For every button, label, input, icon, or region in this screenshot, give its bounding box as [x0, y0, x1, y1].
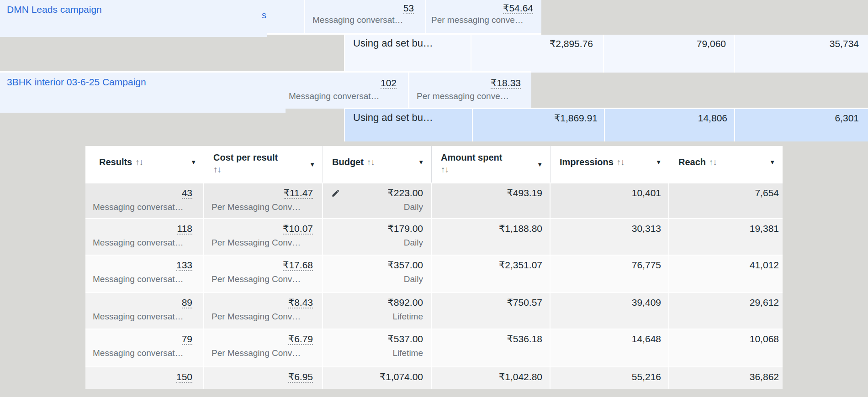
column-menu-caret-icon[interactable]: ▼	[418, 159, 424, 166]
table-row[interactable]: 133 Messaging conversat… ₹17.68 Per Mess…	[85, 255, 783, 292]
budget-type: Lifetime	[323, 310, 423, 323]
sort-arrows-icon[interactable]: ↑↓	[617, 157, 625, 167]
results-value[interactable]: 118	[177, 223, 192, 235]
sort-arrows-icon[interactable]: ↑↓	[367, 157, 375, 167]
budget-mode-cell: Using ad set bu…	[345, 109, 472, 141]
cost-per-result-value[interactable]: ₹10.07	[283, 223, 313, 235]
results-value[interactable]: 150	[176, 371, 192, 383]
budget-value: ₹179.00	[323, 222, 423, 235]
cost-per-result-metric-label: Per Messaging Conv…	[212, 273, 313, 285]
results-cell: 53 Messaging conversat…	[305, 0, 425, 33]
cost-per-result-value[interactable]: ₹18.33	[491, 78, 521, 89]
results-value[interactable]: 79	[182, 334, 192, 345]
amount-spent-value: ₹1,042.80	[432, 370, 542, 384]
clipped-adset-text: s	[262, 10, 266, 21]
impressions-value: 14,806	[605, 109, 734, 124]
cost-per-result-value[interactable]: ₹6.79	[288, 334, 313, 345]
sort-arrows-icon[interactable]: ↑↓	[135, 157, 143, 167]
budget-mode-cell: Using ad set bu…	[345, 35, 471, 73]
table-row[interactable]: 79 Messaging conversat… ₹6.79 Per Messag…	[85, 329, 783, 366]
results-value[interactable]: 53	[403, 3, 414, 14]
cost-per-result-cell: ₹18.33 Per messaging conve…	[409, 73, 531, 109]
budget-value: ₹537.00	[323, 332, 423, 346]
column-menu-caret-icon[interactable]: ▼	[537, 159, 543, 171]
impressions-cell: 79,060	[604, 35, 734, 73]
amount-spent-value: ₹493.19	[432, 186, 542, 200]
budget-type: Daily	[323, 236, 423, 249]
amount-spent-cell: ₹2,895.76	[471, 35, 603, 73]
amount-spent-value: ₹750.57	[432, 296, 542, 309]
amount-spent-value: ₹2,895.76	[471, 35, 603, 49]
reach-cell: 35,734	[735, 35, 868, 73]
cost-per-result-value[interactable]: ₹54.64	[503, 3, 533, 14]
cost-per-result-metric-label: Per messaging conve…	[426, 14, 541, 25]
amount-spent-cell: ₹1,869.91	[473, 109, 604, 141]
results-value[interactable]: 89	[182, 297, 192, 308]
adset-row-1: Using ad set bu… ₹2,895.76 79,060 35,734	[344, 35, 868, 73]
table-row[interactable]: 43 Messaging conversat… ₹11.47 Per Messa…	[85, 183, 783, 218]
results-metric-label: Messaging conversat…	[93, 310, 192, 323]
budget-mode-text: Using ad set bu…	[345, 35, 471, 49]
reach-cell: 6,301	[735, 109, 868, 141]
reach-value: 35,734	[735, 35, 868, 49]
table-header-row: Results↑↓ ▼ Cost per result ↑↓ ▼ Budget↑…	[85, 146, 783, 183]
sort-arrows-icon[interactable]: ↑↓	[709, 157, 717, 167]
amount-spent-value: ₹1,188.80	[432, 222, 542, 235]
amount-spent-value: ₹536.18	[432, 332, 542, 346]
column-menu-caret-icon[interactable]: ▼	[309, 159, 315, 171]
budget-value: ₹357.00	[323, 258, 423, 272]
column-menu-caret-icon[interactable]: ▼	[191, 159, 196, 166]
sort-arrows-icon[interactable]: ↑↓	[213, 165, 221, 174]
column-header-amount-spent[interactable]: Amount spent ↑↓ ▼	[432, 146, 550, 183]
impressions-value: 10,401	[550, 186, 661, 200]
table-row[interactable]: 89 Messaging conversat… ₹8.43 Per Messag…	[85, 292, 783, 329]
sort-arrows-icon[interactable]: ↑↓	[441, 165, 449, 174]
impressions-value: 14,648	[550, 332, 661, 346]
impressions-value: 30,313	[550, 222, 661, 235]
budget-type: Daily	[323, 273, 423, 285]
column-header-budget[interactable]: Budget↑↓ ▼	[323, 146, 432, 183]
table-row[interactable]: 150 ₹6.95 ₹1,074.00 ₹1,042.80 55,216 36,…	[85, 366, 783, 389]
cost-per-result-value[interactable]: ₹8.43	[288, 297, 313, 308]
column-menu-caret-icon[interactable]: ▼	[769, 159, 775, 166]
cost-per-result-metric-label: Per Messaging Conv…	[212, 201, 313, 213]
impressions-value: 76,775	[550, 258, 661, 272]
results-value[interactable]: 43	[182, 188, 192, 199]
campaign-row-1: DMN Leads campaign s 53 Messaging conver…	[0, 0, 541, 35]
results-metric-label: Messaging conversat…	[93, 201, 192, 213]
impressions-value: 39,409	[550, 296, 661, 309]
impressions-cell: 14,806	[605, 109, 734, 141]
results-metric-label: Messaging conversat…	[93, 273, 192, 285]
impressions-value: 79,060	[604, 35, 734, 49]
campaign-name-link[interactable]: 3BHK interior 03-6-25 Campaign	[7, 77, 146, 87]
column-header-impressions[interactable]: Impressions↑↓ ▼	[550, 146, 669, 183]
ads-manager-table-collage: DMN Leads campaign s 53 Messaging conver…	[0, 0, 868, 397]
cost-per-result-metric-label: Per messaging conve…	[409, 89, 531, 101]
column-header-results[interactable]: Results↑↓ ▼	[85, 146, 204, 183]
results-value[interactable]: 102	[381, 78, 397, 89]
reach-value: 36,862	[669, 370, 779, 384]
results-value[interactable]: 133	[176, 260, 192, 271]
impressions-value: 55,216	[550, 370, 661, 384]
metrics-table: Results↑↓ ▼ Cost per result ↑↓ ▼ Budget↑…	[85, 146, 783, 389]
edit-budget-pencil-icon[interactable]	[331, 189, 340, 198]
column-header-cost-per-result[interactable]: Cost per result ↑↓ ▼	[204, 146, 323, 183]
reach-value: 7,654	[669, 186, 779, 200]
column-menu-caret-icon[interactable]: ▼	[656, 159, 662, 166]
cost-per-result-value[interactable]: ₹17.68	[283, 260, 313, 271]
cost-per-result-value[interactable]: ₹6.95	[288, 371, 313, 383]
reach-value: 10,068	[669, 332, 779, 346]
amount-spent-value: ₹2,351.07	[432, 258, 542, 272]
cost-per-result-metric-label: Per Messaging Conv…	[212, 236, 313, 249]
table-row[interactable]: 118 Messaging conversat… ₹10.07 Per Mess…	[85, 218, 783, 255]
cost-per-result-metric-label: Per Messaging Conv…	[212, 310, 313, 323]
column-header-reach[interactable]: Reach↑↓ ▼	[669, 146, 783, 183]
cost-per-result-value[interactable]: ₹11.47	[284, 188, 313, 199]
reach-value: 29,612	[669, 296, 779, 309]
budget-type: Daily	[323, 201, 423, 213]
clipped-adset-cell: s	[262, 0, 304, 33]
budget-value: ₹892.00	[323, 296, 423, 309]
cost-per-result-cell: ₹54.64 Per messaging conve…	[426, 0, 541, 33]
campaign-name-link[interactable]: DMN Leads campaign	[7, 4, 102, 15]
adset-row-2-selected: Using ad set bu… ₹1,869.91 14,806 6,301	[344, 108, 868, 141]
